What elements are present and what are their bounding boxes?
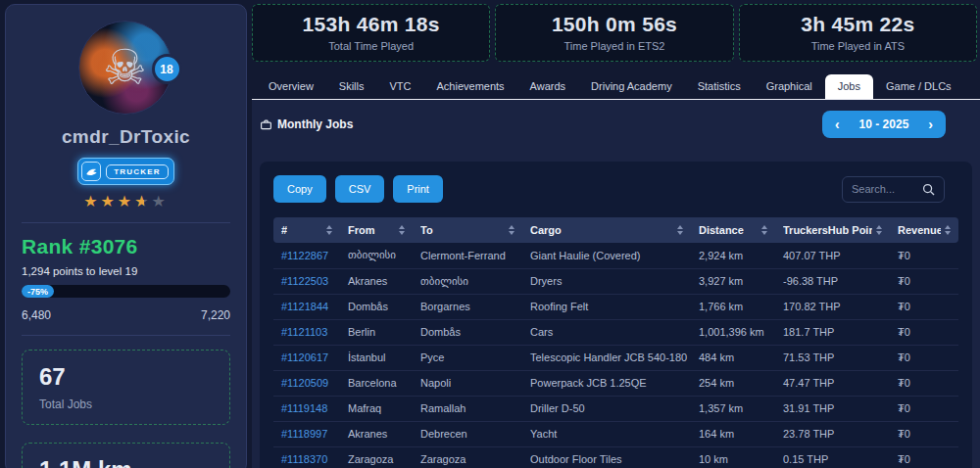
table-row: #1120617İstanbulРусеTelescopic Handler J…: [273, 345, 958, 370]
divider: [22, 335, 230, 336]
job-revenue-cell: ₮0: [890, 268, 958, 294]
column-label: Cargo: [530, 224, 562, 236]
job-to-cell: Napoli: [413, 370, 522, 396]
sort-icon[interactable]: [677, 225, 683, 235]
job-id-link[interactable]: #1118370: [273, 446, 340, 468]
tab-statistics[interactable]: Statistics: [685, 74, 754, 99]
tab-driving-academy[interactable]: Driving Academy: [578, 74, 685, 99]
job-id-link[interactable]: #1119148: [273, 396, 340, 421]
sort-up-arrow: [677, 225, 683, 229]
column-header-to[interactable]: To: [413, 217, 522, 243]
profile-sidebar: ☠ 18 cmdr_DrToxic TRUCKER ★★★★★★ Rank #3…: [5, 4, 247, 468]
star-rating: ★★★★★★: [22, 194, 230, 210]
job-distance-cell: 3,927 km: [691, 268, 775, 294]
time-stat-label: Total Time Played: [253, 40, 489, 52]
bird-logo-icon: [81, 162, 101, 181]
search-box[interactable]: [842, 176, 945, 203]
points-to-level: 1,294 points to level 19: [22, 265, 230, 277]
column-header-inner: From: [348, 224, 405, 236]
trucker-role-badge: TRUCKER: [77, 158, 174, 185]
sidebar-stat-card: 1.1M kmTotal Distance: [22, 443, 230, 468]
job-revenue-cell: ₮0: [890, 294, 958, 319]
tab-awards[interactable]: Awards: [517, 74, 578, 99]
column-label: From: [348, 224, 375, 236]
sort-up-arrow: [761, 225, 767, 229]
job-points-cell: 71.53 THP: [775, 345, 890, 370]
sort-icon[interactable]: [509, 225, 514, 235]
sort-icon[interactable]: [761, 225, 767, 235]
search-input[interactable]: [852, 183, 916, 195]
sort-down-arrow: [761, 231, 767, 235]
job-to-cell: Debrecen: [413, 421, 522, 446]
column-header-distance[interactable]: Distance: [691, 217, 775, 243]
column-label: #: [281, 224, 287, 236]
job-id-link[interactable]: #1121844: [273, 294, 340, 319]
progress-current: 6,480: [22, 308, 51, 322]
star-full-icon: ★: [83, 193, 100, 210]
tab-skills[interactable]: Skills: [326, 74, 377, 99]
job-id-link[interactable]: #1118997: [273, 421, 340, 446]
tab-achievements[interactable]: Achievements: [424, 74, 517, 99]
level-badge: 18: [152, 54, 182, 84]
job-from-cell: Dombås: [340, 294, 413, 319]
sort-icon[interactable]: [326, 225, 332, 235]
sort-down-arrow: [945, 231, 951, 235]
sort-up-arrow: [399, 225, 405, 229]
divider: [22, 222, 230, 223]
job-revenue-cell: ₮0: [890, 319, 958, 345]
job-cargo-cell: Driller D-50: [522, 396, 691, 421]
job-revenue-cell: ₮0: [890, 446, 958, 468]
section-title: Monthly Jobs: [260, 117, 353, 131]
sort-up-arrow: [945, 225, 951, 229]
job-revenue-cell: ₮0: [890, 421, 958, 446]
column-header-revenue[interactable]: Revenue: [890, 217, 958, 243]
time-stat-card: 150h 0m 56sTime Played in ETS2: [495, 4, 733, 62]
tab-jobs[interactable]: Jobs: [825, 74, 873, 99]
copy-button[interactable]: Copy: [273, 175, 326, 203]
job-id-link[interactable]: #1120617: [273, 345, 340, 370]
job-id-link[interactable]: #1122867: [273, 243, 340, 268]
job-revenue-cell: ₮0: [890, 370, 958, 396]
main-content: 153h 46m 18sTotal Time Played150h 0m 56s…: [252, 0, 980, 468]
tab-game-dlcs[interactable]: Game / DLCs: [873, 74, 964, 99]
csv-button[interactable]: CSV: [335, 175, 385, 203]
job-distance-cell: 164 km: [691, 421, 775, 446]
column-header-id[interactable]: #: [273, 217, 340, 243]
job-from-cell: თბილისი: [340, 243, 413, 268]
sort-icon[interactable]: [876, 225, 882, 235]
job-points-cell: 47.47 THP: [775, 370, 890, 396]
sort-icon[interactable]: [945, 225, 951, 235]
column-header-truckershub-points[interactable]: TruckersHub Points: [775, 217, 890, 243]
job-id-link[interactable]: #1122503: [273, 268, 340, 294]
table-row: #1121844DombåsBorgarnesRoofing Felt1,766…: [273, 294, 958, 319]
job-points-cell: 181.7 THP: [775, 319, 890, 345]
next-month-button[interactable]: ›: [928, 117, 933, 131]
sort-icon[interactable]: [399, 225, 405, 235]
date-nav-value: 10 - 2025: [859, 117, 909, 131]
job-distance-cell: 484 km: [691, 345, 775, 370]
column-header-cargo[interactable]: Cargo: [522, 217, 691, 243]
tab-vtc[interactable]: VTC: [377, 74, 424, 99]
table-row: #1120509BarcelonaNapoliPowerpack JCB 1.2…: [273, 370, 958, 396]
star-full-icon: ★: [118, 193, 134, 210]
column-header-inner: Distance: [699, 224, 767, 236]
tab-bar: OverviewSkillsVTCAchievementsAwardsDrivi…: [252, 74, 980, 100]
job-id-link[interactable]: #1121103: [273, 319, 340, 345]
column-header-from[interactable]: From: [340, 217, 413, 243]
job-id-link[interactable]: #1120509: [273, 370, 340, 396]
job-distance-cell: 1,766 km: [691, 294, 775, 319]
table-row: #1118370ZaragozaZaragozaOutdoor Floor Ti…: [273, 446, 958, 468]
top-stats-row: 153h 46m 18sTotal Time Played150h 0m 56s…: [252, 4, 980, 62]
print-button[interactable]: Print: [393, 175, 443, 203]
date-navigator[interactable]: ‹ 10 - 2025 ›: [822, 111, 946, 138]
prev-month-button[interactable]: ‹: [835, 117, 840, 131]
tab-graphical[interactable]: Graphical: [754, 74, 825, 99]
sort-up-arrow: [876, 225, 882, 229]
time-stat-value: 3h 45m 22s: [740, 13, 976, 36]
tab-overview[interactable]: Overview: [256, 74, 326, 99]
star-half-fill: ★: [134, 194, 144, 210]
time-stat-card: 3h 45m 22sTime Played in ATS: [739, 4, 977, 62]
job-cargo-cell: Cars: [522, 319, 691, 345]
search-icon: [922, 183, 935, 196]
time-stat-value: 153h 46m 18s: [253, 13, 489, 36]
